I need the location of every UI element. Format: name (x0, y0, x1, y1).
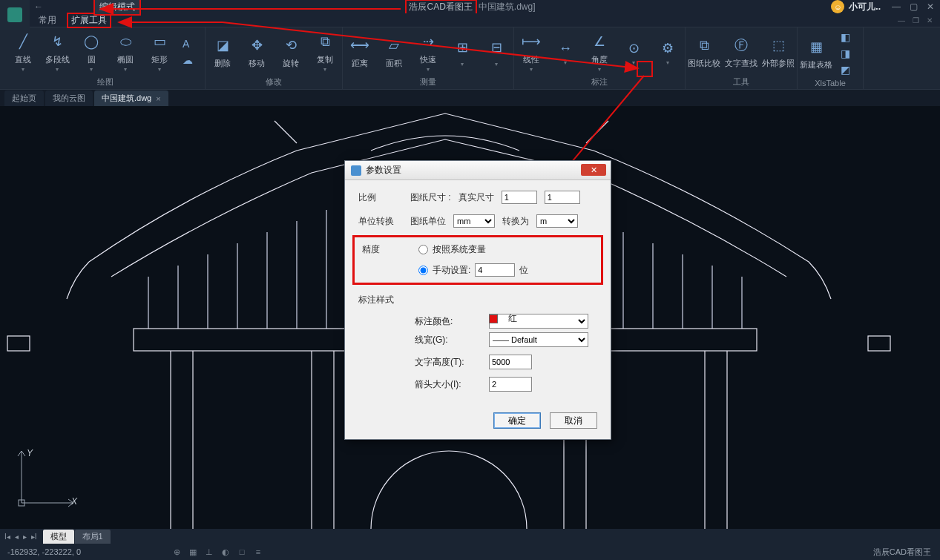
tab-cloud[interactable]: 我的云图 (45, 90, 93, 106)
lineweight-label: 线宽(G): (415, 334, 481, 346)
cloud-tool-icon[interactable]: ☁ (183, 53, 199, 67)
angle-icon: ∠ (589, 31, 610, 52)
tool-erase[interactable]: ◪删除 (206, 28, 240, 76)
tab-nav-last-icon[interactable]: ▸I (31, 533, 37, 541)
line-icon: ╱ (13, 31, 33, 52)
tool-newtable[interactable]: ▦新建表格 (798, 29, 835, 77)
dialog-close-button[interactable]: ✕ (581, 164, 606, 176)
tab-start[interactable]: 起始页 (4, 90, 44, 106)
find-icon: Ⓕ (731, 35, 752, 56)
back-arrow-icon[interactable]: ← (34, 1, 43, 12)
tab-close-icon[interactable]: × (156, 94, 160, 103)
precision-unit-label: 位 (519, 264, 528, 277)
model-tab-bar: I◂ ◂ ▸ ▸I 模型 布局1 (0, 529, 940, 544)
precision-manual-label: 手动设置: (433, 264, 470, 277)
doc-title-suffix: 中国建筑.dwg] (479, 1, 536, 13)
lineweight-select[interactable]: —— Default (489, 332, 588, 347)
convert-unit-select[interactable]: m (536, 214, 578, 228)
app-logo[interactable] (0, 0, 30, 30)
table-misc-icon-3[interactable]: ◩ (841, 63, 857, 76)
group-label-modify: 修改 (206, 76, 342, 89)
snap-icon[interactable]: ⊕ (171, 546, 183, 558)
tool-quick[interactable]: ⇢快速▾ (411, 28, 445, 76)
ribbon-group-modify: ◪删除 ✥移动 ⟲旋转 ⧉复制▾ 修改 (206, 27, 343, 89)
tool-m2[interactable]: ⊟▾ (479, 28, 513, 76)
layout1-tab[interactable]: 布局1 (75, 530, 111, 544)
paper-unit-select[interactable]: mm (453, 214, 495, 228)
tab-nav-next-icon[interactable]: ▸ (23, 533, 27, 541)
model-tab[interactable]: 模型 (43, 530, 74, 544)
tool-angle-dim[interactable]: ∠角度▾ (582, 28, 617, 76)
ucs-x-label: X (71, 496, 77, 507)
table-misc-icon-2[interactable]: ◨ (841, 47, 857, 60)
precision-value-input[interactable] (475, 263, 515, 277)
linear-dim-icon: ⟼ (521, 31, 542, 52)
edit-mode-button[interactable]: 编辑模式 (93, 0, 141, 16)
ucs-y-label: Y (27, 448, 33, 458)
ribbon-group-table: ▦新建表格 ◧ ◨ ◩ XlsTable (798, 27, 864, 89)
ortho-icon[interactable]: ⊥ (203, 546, 215, 558)
real-size-input[interactable] (545, 191, 580, 204)
dialog-titlebar[interactable]: 参数设置 ✕ (345, 161, 611, 180)
table-misc-icon-1[interactable]: ◧ (841, 30, 857, 44)
tab-current[interactable]: 中国建筑.dwg× (94, 90, 168, 106)
dim-color-label: 标注颜色: (415, 315, 481, 328)
app-title: 浩辰CAD看图王 (404, 0, 476, 15)
maximize-icon[interactable]: ▢ (910, 1, 918, 12)
ok-button[interactable]: 确定 (493, 412, 541, 429)
mini-minimize-icon[interactable]: — (898, 16, 905, 24)
tab-nav-prev-icon[interactable]: ◂ (15, 533, 19, 541)
tool-line[interactable]: ╱直线▾ (6, 28, 40, 76)
xref-icon: ⬚ (768, 35, 789, 56)
osnap-icon[interactable]: □ (236, 546, 248, 558)
param-settings-icon: ⚙ (657, 38, 678, 59)
tool-xref[interactable]: ⬚外部参照 (760, 28, 797, 76)
tool-move[interactable]: ✥移动 (240, 28, 274, 76)
svg-rect-30 (7, 336, 30, 351)
grid-icon[interactable]: ▦ (187, 546, 199, 558)
menu-common[interactable]: 常用 (36, 14, 59, 27)
coord-readout: -162932, -223222, 0 (7, 547, 81, 556)
mini-restore-icon[interactable]: ❐ (913, 16, 919, 24)
precision-sysvar-radio[interactable] (418, 245, 428, 254)
minimize-icon[interactable]: — (892, 1, 901, 12)
tool-ellipse[interactable]: ⬭椭圆▾ (108, 28, 142, 76)
dialog-title: 参数设置 (366, 164, 401, 177)
mini-close-icon[interactable]: ✕ (927, 16, 933, 24)
dim-style-label: 标注样式 (358, 294, 403, 306)
quick-icon: ⇢ (418, 31, 438, 52)
tool-copy[interactable]: ⧉复制▾ (308, 28, 342, 76)
tool-findtext[interactable]: Ⓕ文字查找 (723, 28, 760, 76)
svg-rect-31 (868, 336, 890, 351)
arrowsize-input[interactable] (489, 377, 532, 392)
distance-icon: ⟷ (349, 35, 370, 56)
tool-rotate[interactable]: ⟲旋转 (274, 28, 308, 76)
unit-convert-label: 单位转换 (358, 215, 403, 228)
tool-polyline[interactable]: ↯多段线▾ (40, 28, 74, 76)
tool-compare[interactable]: ⧉图纸比较 (686, 28, 723, 76)
tool-param-settings[interactable]: ⚙▾ (651, 28, 685, 76)
text-tool-icon[interactable]: A (183, 37, 199, 50)
tool-distance[interactable]: ⟷距离 (343, 28, 377, 76)
user-menu[interactable]: ☺ 小可儿.. (831, 0, 881, 13)
textheight-input[interactable] (489, 355, 532, 369)
tool-linear-dim[interactable]: ⟼线性▾ (514, 28, 548, 76)
dim-color-select[interactable] (489, 314, 588, 329)
measure-icon-1: ⊞ (452, 37, 473, 58)
tool-circle[interactable]: ◯圆▾ (74, 28, 108, 76)
polar-icon[interactable]: ◐ (220, 546, 231, 558)
tab-nav-first-icon[interactable]: I◂ (4, 533, 10, 541)
tool-rect[interactable]: ▭矩形▾ (142, 28, 177, 76)
cancel-button[interactable]: 取消 (550, 412, 597, 429)
footer-brand: 浩辰CAD看图王 (873, 547, 931, 558)
group-label-dim: 标注 (514, 76, 685, 89)
title-bar: ← 编辑模式 浩辰CAD看图王 中国建筑.dwg] ☺ 小可儿.. — ▢ ✕ (0, 0, 940, 13)
rotate-icon: ⟲ (280, 35, 301, 56)
precision-manual-radio[interactable] (418, 266, 428, 275)
tool-area[interactable]: ▱面积 (377, 28, 411, 76)
tool-d2[interactable]: ↔▾ (548, 28, 582, 76)
tool-m1[interactable]: ⊞▾ (445, 28, 479, 76)
close-icon[interactable]: ✕ (927, 1, 934, 12)
paper-size-input[interactable] (502, 191, 537, 204)
lwt-icon[interactable]: ≡ (252, 546, 264, 558)
